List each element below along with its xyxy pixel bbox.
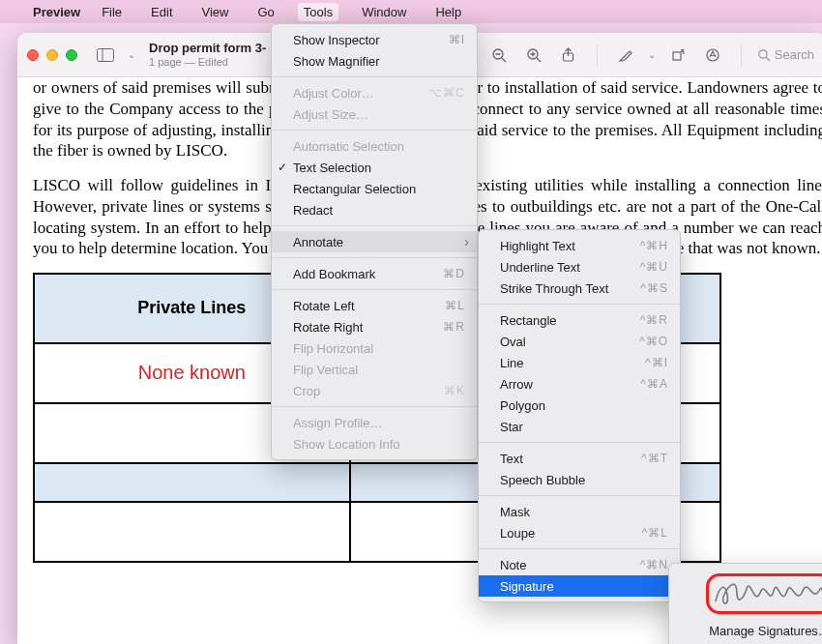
menu-note[interactable]: Note^⌘N: [479, 554, 680, 575]
menu-tools[interactable]: Tools: [298, 3, 338, 21]
chevron-down-icon[interactable]: ⌄: [648, 49, 656, 60]
rotate-icon[interactable]: [665, 43, 690, 68]
svg-line-3: [502, 58, 506, 62]
menu-adjust-size: Adjust Size…: [272, 103, 477, 125]
app-name[interactable]: Preview: [33, 5, 80, 19]
menu-window[interactable]: Window: [356, 3, 412, 21]
zoom-icon[interactable]: [66, 49, 77, 61]
menu-show-inspector[interactable]: Show Inspector⌘I: [272, 29, 477, 50]
menu-mask[interactable]: Mask: [479, 501, 680, 522]
menu-flip-vertical: Flip Vertical: [272, 359, 477, 380]
signature-submenu: Manage Signatures…: [668, 563, 822, 644]
zoom-out-icon[interactable]: [486, 43, 512, 68]
menu-show-magnifier[interactable]: Show Magnifier: [272, 50, 477, 72]
svg-line-14: [766, 57, 770, 61]
menu-rotate-right[interactable]: Rotate Right⌘R: [272, 316, 477, 337]
menu-text[interactable]: Text^⌘T: [479, 448, 680, 469]
signature-preview[interactable]: [706, 573, 822, 614]
search-placeholder: Search: [775, 47, 814, 62]
tools-menu: Show Inspector⌘I Show Magnifier Adjust C…: [271, 23, 478, 460]
menu-star[interactable]: Star: [479, 416, 680, 437]
highlight-icon[interactable]: [613, 43, 638, 68]
menu-flip-horizontal: Flip Horizontal: [272, 337, 477, 359]
document-subtitle: 1 page — Edited: [149, 56, 266, 69]
chevron-down-icon[interactable]: ⌄: [128, 49, 135, 60]
zoom-in-icon[interactable]: [521, 43, 546, 68]
menu-edit[interactable]: Edit: [145, 3, 178, 21]
menu-speech-bubble[interactable]: Speech Bubble: [479, 469, 680, 490]
menu-rotate-left[interactable]: Rotate Left⌘L: [272, 295, 477, 316]
menu-signature[interactable]: Signature: [479, 575, 680, 597]
menu-annotate[interactable]: Annotate: [272, 231, 477, 252]
sidebar-toggle-icon[interactable]: [93, 43, 118, 68]
search-box[interactable]: Search: [757, 47, 816, 62]
menu-underline-text[interactable]: Underline Text^⌘U: [479, 256, 680, 278]
menu-assign-profile: Assign Profile…: [272, 412, 477, 433]
menu-oval[interactable]: Oval^⌘O: [479, 331, 680, 352]
menu-rectangle[interactable]: Rectangle^⌘R: [479, 309, 680, 331]
table-cell: [34, 502, 350, 562]
svg-rect-11: [673, 52, 681, 60]
menu-help[interactable]: Help: [429, 3, 467, 21]
svg-rect-0: [98, 48, 114, 61]
document-title-block: Drop permit form 3- 1 page — Edited: [149, 42, 266, 69]
menu-file[interactable]: File: [96, 3, 128, 21]
markup-icon[interactable]: [700, 43, 725, 68]
menu-rectangular-selection[interactable]: Rectangular Selection: [272, 178, 477, 199]
table-cell: [34, 463, 350, 502]
minimize-icon[interactable]: [46, 49, 58, 61]
share-icon[interactable]: [556, 43, 581, 68]
menu-line[interactable]: Line^⌘I: [479, 352, 680, 373]
menu-highlight-text[interactable]: Highlight Text^⌘H: [479, 235, 680, 256]
close-icon[interactable]: [27, 49, 39, 61]
menu-show-location-info: Show Location Info: [272, 433, 477, 454]
menu-automatic-selection: Automatic Selection: [272, 135, 477, 157]
menu-crop: Crop⌘K: [272, 380, 477, 401]
menu-view[interactable]: View: [196, 3, 235, 21]
menu-redact[interactable]: Redact: [272, 199, 477, 220]
menu-go[interactable]: Go: [251, 3, 279, 21]
search-icon: [757, 48, 771, 62]
menu-add-bookmark[interactable]: Add Bookmark⌘D: [272, 263, 477, 284]
menu-polygon[interactable]: Polygon: [479, 395, 680, 416]
signature-icon: [712, 577, 822, 610]
menu-loupe[interactable]: Loupe^⌘L: [479, 522, 680, 543]
menu-manage-signatures[interactable]: Manage Signatures…: [675, 620, 822, 641]
traffic-lights: [27, 49, 77, 61]
system-menubar: Preview File Edit View Go Tools Window H…: [0, 0, 822, 23]
annotate-submenu: Highlight Text^⌘H Underline Text^⌘U Stri…: [478, 229, 681, 602]
menu-strike-through[interactable]: Strike Through Text^⌘S: [479, 278, 680, 299]
svg-line-6: [537, 58, 541, 62]
menu-arrow[interactable]: Arrow^⌘A: [479, 373, 680, 395]
document-title: Drop permit form 3-: [149, 42, 266, 56]
svg-point-13: [759, 49, 767, 57]
menu-text-selection[interactable]: Text Selection: [272, 157, 477, 178]
menu-adjust-color: Adjust Color…⌥⌘C: [272, 82, 477, 103]
